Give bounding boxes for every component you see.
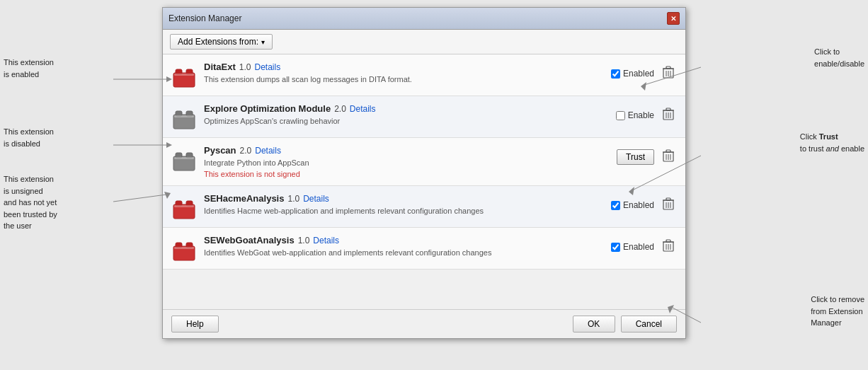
svg-marker-51 (166, 76, 172, 82)
svg-marker-55 (164, 192, 171, 199)
svg-line-56 (644, 67, 701, 85)
annotation-enable-disable: Click toenable/disable (814, 46, 864, 69)
annotation-unsigned: This extensionis unsignedand has not yet… (4, 173, 57, 232)
annotation-enabled: This extensionis enabled (4, 57, 54, 80)
svg-line-60 (673, 308, 701, 323)
annotation-disabled: This extensionis disabled (4, 126, 54, 149)
svg-marker-57 (641, 82, 646, 91)
svg-marker-53 (166, 142, 172, 148)
svg-line-54 (113, 195, 166, 202)
svg-line-58 (634, 156, 701, 190)
annotations-layer (0, 0, 868, 370)
svg-marker-59 (629, 187, 634, 195)
annotation-remove: Click to removefrom ExtensionManager (811, 294, 864, 329)
svg-marker-61 (668, 305, 674, 313)
annotation-trust: Click Trustto trust and enable (800, 131, 864, 154)
